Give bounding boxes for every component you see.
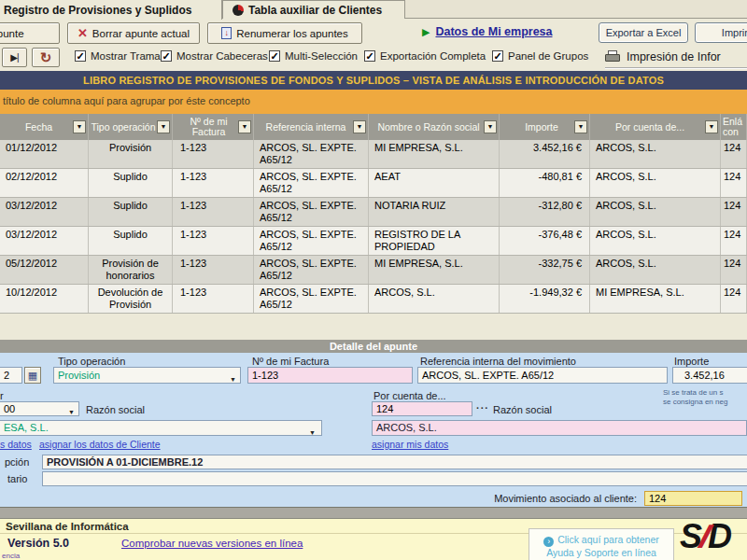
referencia-input[interactable]: ARCOS, SL. EXPTE. A65/12: [417, 367, 668, 384]
footer-version-fragment: encia: [2, 552, 20, 560]
asignar-mis-datos-link[interactable]: asignar mis datos: [372, 439, 448, 450]
label-movimiento: Movimiento asociado al cliente:: [420, 493, 637, 504]
descripcion-input[interactable]: PROVISIÓN A 01-DICIEMBRE.12: [42, 455, 747, 469]
payer-code-dropdown[interactable]: 00▼: [0, 401, 79, 416]
checkbox-panel-grupos[interactable]: ✓ Panel de Grupos: [492, 50, 588, 62]
lookup-ellipsis-button[interactable]: ···: [476, 402, 489, 413]
help-text-line2: Ayuda y Soporte en línea: [533, 547, 669, 558]
importe-input[interactable]: 3.452,16: [672, 367, 747, 384]
column-header-label: Referencia interna: [266, 122, 346, 133]
export-excel-button[interactable]: Exportar a Excel: [599, 22, 688, 43]
filter-dropdown-icon[interactable]: ▼: [353, 120, 366, 133]
delete-entry-button[interactable]: ✕ Borrar apunte actual: [67, 22, 200, 44]
column-header-label: Enlá con: [723, 117, 744, 137]
ver-datos-link-fragment[interactable]: s datos: [0, 439, 32, 450]
table-row[interactable]: 02/12/2012 Suplido 1-123 ARCOS, SL. EXPT…: [0, 169, 747, 198]
cell-factura: 1-123: [173, 256, 254, 284]
table-row[interactable]: 10/12/2012 Devolución de Provisión 1-123…: [0, 285, 747, 314]
cell-enlace: 124: [721, 227, 747, 255]
asignar-datos-cliente-link[interactable]: asignar los datos de Cliente: [39, 439, 161, 450]
column-header-num-factura[interactable]: Nº de mi Factura▼: [173, 114, 254, 140]
dropdown-value: ESA, S.L.: [4, 422, 49, 433]
group-by-bar[interactable]: título de columna aquí para agrupar por …: [0, 90, 747, 114]
detail-section-title: Detalle del apunte: [0, 340, 747, 353]
go-last-button[interactable]: ▶|: [2, 48, 27, 67]
print-view-button[interactable]: Imprimir la vi: [695, 22, 747, 43]
table-row[interactable]: 03/12/2012 Suplido 1-123 ARCOS, SL. EXPT…: [0, 227, 747, 256]
filter-dropdown-icon[interactable]: ▼: [705, 120, 718, 133]
detail-panel: Tipo operación Nº de mi Factura Referenc…: [0, 353, 747, 507]
refresh-button[interactable]: ↻: [32, 48, 60, 67]
table-row[interactable]: 05/12/2012 Provisión de honorarios 1-123…: [0, 256, 747, 285]
cell-factura: 1-123: [173, 285, 254, 313]
button-label: Renumerar los apuntes: [236, 28, 348, 39]
view-options-toolbar: ▶| ↻ ✓ Mostrar Trama ✓ Mostrar Cabeceras…: [0, 45, 747, 71]
label-num-factura: Nº de mi Factura: [252, 356, 329, 367]
payer-name-dropdown[interactable]: ESA, S.L.▼: [0, 420, 322, 436]
column-header-importe[interactable]: Importe▼: [500, 114, 590, 140]
dropdown-value: 00: [4, 403, 15, 414]
cuenta-code-input[interactable]: 124: [372, 401, 472, 416]
tab-label: Tabla auxiliar de Clientes: [248, 4, 382, 17]
renumber-entries-button[interactable]: ↓ Renumerar los apuntes: [207, 22, 362, 44]
filter-dropdown-icon[interactable]: ▼: [157, 120, 170, 133]
cell-referencia: ARCOS, SL. EXPTE. A65/12: [254, 256, 369, 284]
chevron-down-icon: ▼: [230, 372, 236, 384]
filter-dropdown-icon[interactable]: ▼: [574, 120, 587, 133]
footer-version: Versión 5.0: [7, 537, 69, 550]
column-header-fecha[interactable]: Fecha▼: [0, 114, 89, 140]
checkbox-multi-seleccion[interactable]: ✓ Multi-Selección: [269, 50, 358, 62]
check-updates-link[interactable]: Comprobar nuevas versiones en línea: [121, 538, 303, 549]
filter-dropdown-icon[interactable]: ▼: [73, 120, 86, 133]
new-entry-button[interactable]: apunte: [0, 22, 60, 44]
column-header-enlace[interactable]: Enlá con: [721, 114, 747, 140]
label-tipo-operacion: Tipo operación: [58, 356, 125, 367]
checkmark-icon: ✓: [364, 50, 375, 62]
column-header-nombre[interactable]: Nombre o Razón social▼: [369, 114, 500, 140]
comentario-input[interactable]: [42, 471, 747, 486]
clients-table-icon: [233, 5, 244, 16]
num-factura-input[interactable]: 1-123: [247, 367, 413, 384]
label-importe: Importe: [674, 356, 709, 367]
table-header-row: Fecha▼ Tipo operación▼ Nº de mi Factura▼…: [0, 114, 747, 140]
checkmark-icon: ✓: [269, 50, 280, 62]
cell-importe: -332,75 €: [500, 256, 590, 284]
button-label: Borrar apunte actual: [92, 28, 190, 39]
print-reports-button[interactable]: Impresión de Infor: [605, 46, 747, 69]
column-header-label: Fecha: [25, 122, 52, 133]
checkbox-label: Panel de Grupos: [508, 50, 588, 62]
sid-logo: SID: [680, 517, 730, 556]
table-row[interactable]: 03/12/2012 Suplido 1-123 ARCOS, SL. EXPT…: [0, 198, 747, 227]
checkbox-label: Mostrar Trama: [91, 50, 161, 62]
button-label: Imprimir la vi: [722, 27, 747, 38]
company-data-link[interactable]: ▶ Datos de Mi empresa: [422, 25, 553, 38]
cuenta-name-input[interactable]: ARCOS, S.L.: [372, 420, 747, 436]
cell-por-cuenta: ARCOS, S.L.: [590, 140, 721, 168]
tab-tabla-clientes[interactable]: Tabla auxiliar de Clientes: [222, 0, 405, 19]
column-header-referencia[interactable]: Referencia interna▼: [254, 114, 369, 140]
app-window: Registro de Provisiones y Suplidos Tabla…: [0, 0, 747, 560]
checkbox-label: Mostrar Cabeceras: [176, 50, 268, 62]
tab-registro-provisiones[interactable]: Registro de Provisiones y Suplidos: [0, 0, 222, 20]
date-field[interactable]: 2: [0, 367, 22, 384]
tab-label: Registro de Provisiones y Suplidos: [4, 4, 191, 17]
cell-referencia: ARCOS, SL. EXPTE. A65/12: [254, 140, 369, 168]
separator-band: [0, 507, 747, 519]
cell-tipo: Suplido: [89, 227, 173, 255]
filter-dropdown-icon[interactable]: ▼: [484, 120, 497, 133]
checkbox-exportacion-completa[interactable]: ✓ Exportación Completa: [364, 50, 486, 62]
movimiento-cliente-field[interactable]: 124: [644, 491, 742, 506]
cell-importe: -1.949,32 €: [500, 285, 590, 313]
table-row[interactable]: 01/12/2012 Provisión 1-123 ARCOS, SL. EX…: [0, 140, 747, 169]
filter-dropdown-icon[interactable]: ▼: [238, 120, 251, 133]
label-razon-social-2: Razón social: [493, 404, 552, 415]
cell-nombre: AEAT: [369, 169, 500, 197]
column-header-tipo-operacion[interactable]: Tipo operación▼: [89, 114, 173, 140]
tipo-operacion-dropdown[interactable]: Provisión▼: [53, 367, 241, 384]
calendar-icon[interactable]: ▦: [24, 367, 41, 384]
help-support-box[interactable]: ›Click aquí para obtener Ayuda y Soporte…: [529, 528, 674, 560]
column-header-por-cuenta[interactable]: Por cuenta de...▼: [590, 114, 721, 140]
checkbox-mostrar-trama[interactable]: ✓ Mostrar Trama: [75, 50, 161, 62]
cell-fecha: 03/12/2012: [0, 227, 89, 255]
checkbox-mostrar-cabeceras[interactable]: ✓ Mostrar Cabeceras: [161, 50, 268, 62]
